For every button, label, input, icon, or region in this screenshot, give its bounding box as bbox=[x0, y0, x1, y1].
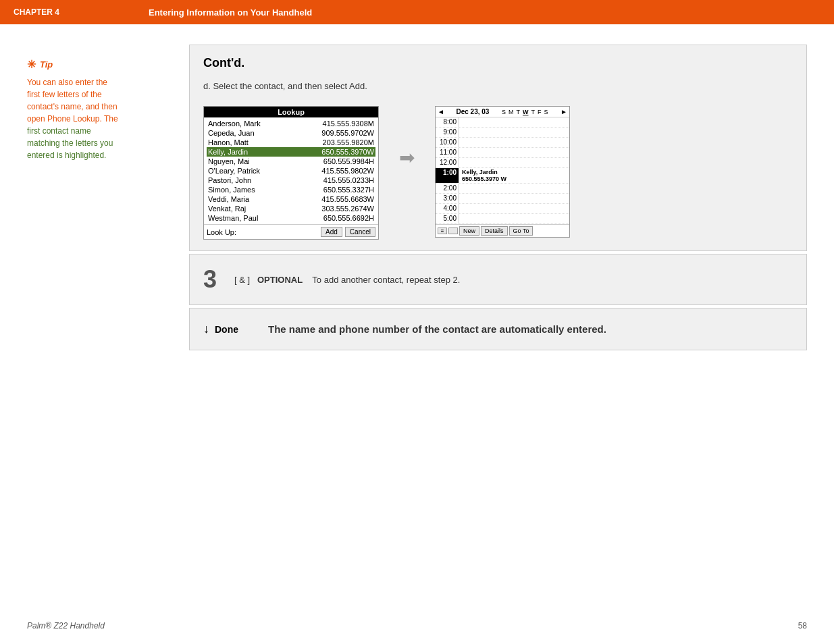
schedule-day[interactable]: F bbox=[537, 109, 542, 115]
next-nav-icon[interactable]: ► bbox=[561, 108, 567, 115]
lookup-row[interactable]: Hanon, Matt203.555.9820M bbox=[207, 138, 375, 147]
step-3-box: 3 [ & ] OPTIONAL To add another contact,… bbox=[189, 254, 807, 305]
schedule-time-label: 9:00 bbox=[436, 128, 459, 137]
schedule-time-label: 8:00 bbox=[436, 117, 459, 127]
schedule-details-button[interactable]: Details bbox=[481, 226, 508, 236]
schedule-time-row: 2:00 bbox=[436, 184, 569, 194]
contact-phone: 415.555.0233H bbox=[323, 176, 374, 184]
tip-highlight-line: first contact name matching the letters … bbox=[27, 126, 113, 160]
tip-line-2: first few letters of the bbox=[27, 90, 102, 99]
tip-star-icon: ✳ bbox=[27, 58, 36, 71]
prev-nav-icon[interactable]: ◄ bbox=[438, 108, 444, 115]
step-3-content: [ & ] OPTIONAL To add another contact, r… bbox=[234, 275, 460, 285]
schedule-content-cell bbox=[459, 184, 569, 193]
lookup-list: Anderson, Mark415.555.9308MCepeda, Juan9… bbox=[204, 117, 378, 224]
contact-name: Cepeda, Juan bbox=[208, 129, 289, 137]
schedule-content-cell bbox=[459, 194, 569, 203]
page-footer: Palm® Z22 Handheld 58 bbox=[0, 621, 834, 630]
contact-phone: 650.555.9984H bbox=[323, 157, 374, 165]
tip-label: Tip bbox=[40, 59, 53, 70]
schedule-goto-button[interactable]: Go To bbox=[509, 226, 533, 236]
lookup-row[interactable]: Cepeda, Juan909.555.9702W bbox=[207, 128, 375, 138]
done-label: Done bbox=[215, 324, 238, 335]
contact-name: Venkat, Raj bbox=[208, 205, 289, 213]
lookup-row[interactable]: Kelly, Jardin650.555.3970W bbox=[207, 147, 375, 157]
page-header: CHAPTER 4 Entering Information on Your H… bbox=[0, 0, 834, 24]
contact-phone: 909.555.9702W bbox=[321, 129, 374, 137]
schedule-day[interactable]: W bbox=[522, 109, 529, 115]
schedule-days: SMTWTFS bbox=[501, 109, 549, 115]
schedule-day[interactable]: S bbox=[501, 109, 506, 115]
schedule-date: Dec 23, 03 bbox=[456, 108, 489, 115]
lookup-dialog: Lookup Anderson, Mark415.555.9308MCepeda… bbox=[203, 106, 379, 240]
tip-column: ✳ Tip You can also enter the first few l… bbox=[27, 45, 162, 350]
page-title: Entering Information on Your Handheld bbox=[149, 7, 312, 18]
schedule-dialog: ◄ Dec 23, 03 SMTWTFS ► 8:009:0010:0011:0… bbox=[435, 106, 570, 238]
schedule-time-label: 4:00 bbox=[436, 204, 459, 213]
tip-line-3: contact's name, and then bbox=[27, 102, 118, 111]
schedule-time-row: 1:00Kelly, Jardin650.555.3970 W bbox=[436, 168, 569, 184]
schedule-time-row: 3:00 bbox=[436, 194, 569, 204]
contact-phone: 415.555.9802W bbox=[321, 167, 374, 175]
schedule-content-cell bbox=[459, 214, 569, 223]
schedule-time-row: 5:00 bbox=[436, 214, 569, 224]
lookup-row[interactable]: Pastori, John415.555.0233H bbox=[207, 176, 375, 185]
contact-name: Nguyen, Mai bbox=[208, 157, 289, 165]
schedule-day[interactable]: T bbox=[515, 109, 521, 115]
tip-line-4: open Phone Lookup. The bbox=[27, 114, 118, 124]
contact-phone: 415.555.6683W bbox=[321, 195, 374, 203]
schedule-header: ◄ Dec 23, 03 SMTWTFS ► bbox=[436, 107, 569, 117]
contact-name: Hanon, Matt bbox=[208, 138, 289, 146]
lookup-row[interactable]: Nguyen, Mai650.555.9984H bbox=[207, 157, 375, 166]
arrow-indicator: ➡ bbox=[399, 106, 415, 169]
step-3-text: To add another contact, repeat step 2. bbox=[312, 275, 460, 285]
tip-line-1: You can also enter the bbox=[27, 78, 107, 87]
lookup-row[interactable]: Anderson, Mark415.555.9308M bbox=[207, 119, 375, 128]
step-number: 3 bbox=[203, 265, 224, 294]
cancel-button[interactable]: Cancel bbox=[345, 227, 375, 237]
schedule-time-row: 8:00 bbox=[436, 117, 569, 128]
lookup-row[interactable]: Veddi, Maria415.555.6683W bbox=[207, 194, 375, 204]
lookup-row[interactable]: Westman, Paul650.555.6692H bbox=[207, 213, 375, 223]
schedule-day[interactable]: M bbox=[508, 109, 515, 115]
schedule-new-button[interactable]: New bbox=[459, 226, 479, 236]
schedule-content-cell bbox=[459, 128, 569, 137]
schedule-day[interactable]: T bbox=[530, 109, 536, 115]
done-box: ↓ Done The name and phone number of the … bbox=[189, 308, 807, 350]
contact-name: O'Leary, Patrick bbox=[208, 167, 289, 175]
schedule-time-label: 10:00 bbox=[436, 138, 459, 147]
schedule-content-cell bbox=[459, 204, 569, 213]
schedule-rows: 8:009:0010:0011:0012:001:00Kelly, Jardin… bbox=[436, 117, 569, 224]
lookup-row[interactable]: Simon, James650.555.3327H bbox=[207, 185, 375, 194]
contact-phone: 303.555.2674W bbox=[321, 205, 374, 213]
schedule-content-cell bbox=[459, 148, 569, 157]
lookup-area: Lookup Anderson, Mark415.555.9308MCepeda… bbox=[203, 106, 793, 240]
tip-text: You can also enter the first few letters… bbox=[27, 76, 162, 161]
schedule-day[interactable]: S bbox=[543, 109, 548, 115]
contact-phone: 650.555.6692H bbox=[323, 214, 374, 222]
schedule-icon-2 bbox=[448, 227, 458, 234]
done-text: The name and phone number of the contact… bbox=[268, 322, 606, 336]
contact-name: Westman, Paul bbox=[208, 214, 289, 222]
lookup-row[interactable]: Venkat, Raj303.555.2674W bbox=[207, 204, 375, 213]
schedule-time-row: 9:00 bbox=[436, 128, 569, 138]
schedule-time-label: 1:00 bbox=[436, 168, 459, 183]
add-button[interactable]: Add bbox=[321, 227, 342, 237]
schedule-time-label: 2:00 bbox=[436, 184, 459, 193]
lookup-footer: Look Up: Add Cancel bbox=[204, 224, 378, 239]
done-icon-label: ↓ Done bbox=[203, 322, 257, 336]
contact-name: Anderson, Mark bbox=[208, 119, 289, 128]
contact-name: Veddi, Maria bbox=[208, 195, 289, 203]
schedule-time-row: 10:00 bbox=[436, 138, 569, 148]
schedule-time-row: 11:00 bbox=[436, 148, 569, 158]
content-column: Cont'd. d. Select the contact, and then … bbox=[189, 45, 807, 350]
contd-box: Cont'd. d. Select the contact, and then … bbox=[189, 45, 807, 251]
contact-phone: 650.555.3970W bbox=[321, 148, 374, 156]
lookup-row[interactable]: O'Leary, Patrick415.555.9802W bbox=[207, 166, 375, 176]
optional-bracket: [ & ] bbox=[234, 275, 250, 285]
contact-name: Kelly, Jardin bbox=[208, 148, 289, 156]
right-arrow-icon: ➡ bbox=[399, 146, 415, 169]
contact-phone: 650.555.3327H bbox=[323, 186, 374, 194]
schedule-footer: ≡ New Details Go To bbox=[436, 224, 569, 237]
page-number: 58 bbox=[798, 621, 807, 630]
